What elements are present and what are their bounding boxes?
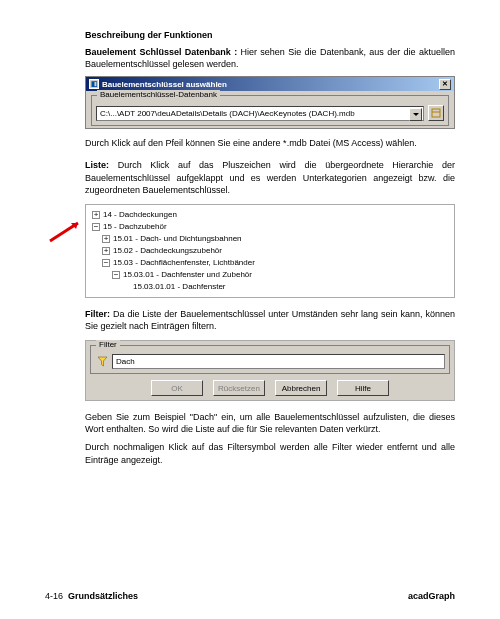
text-list: Durch Klick auf das Pluszeichen wird die…: [85, 160, 455, 194]
label-filter: Filter:: [85, 309, 110, 319]
funnel-icon[interactable]: [95, 355, 109, 369]
filter-group-label: Filter: [96, 340, 120, 349]
tree-row[interactable]: +15.01 - Dach- und Dichtungsbahnen: [88, 233, 450, 245]
help-button[interactable]: Hilfe: [337, 380, 389, 396]
close-icon[interactable]: ✕: [439, 79, 451, 90]
tree-label: 15.03.01 - Dachfenster und Zubehör: [123, 269, 252, 281]
paragraph-arrow-hint: Durch Klick auf den Pfeil können Sie ein…: [85, 137, 455, 149]
button-row: OK Rücksetzen Abbrechen Hilfe: [90, 380, 450, 396]
tree-row[interactable]: 15.03.01.01 - Dachfenster: [88, 281, 450, 293]
tree-label: 15 - Dachzubehör: [103, 221, 167, 233]
db-path-text: C:\...\ADT 2007\deuADetails\Details (DAC…: [100, 109, 355, 118]
tree-row[interactable]: −15.03 - Dachflächenfenster, Lichtbänder: [88, 257, 450, 269]
filter-dialog: Filter Dach OK Rücksetzen Abbrechen Hilf…: [85, 340, 455, 401]
dialog-titlebar: ◧ Bauelementschlüssel auswählen ✕: [86, 77, 454, 91]
chevron-down-icon[interactable]: [409, 108, 422, 121]
label-list: Liste:: [85, 160, 109, 170]
tree-label: 15.01 - Dach- und Dichtungsbahnen: [113, 233, 242, 245]
tree-row[interactable]: +15.02 - Dachdeckungszubehör: [88, 245, 450, 257]
minus-icon[interactable]: −: [112, 271, 120, 279]
footer-left: 4-16 Grundsätzliches: [45, 591, 138, 601]
filter-input-value: Dach: [116, 357, 135, 366]
browse-button[interactable]: [428, 105, 444, 121]
tree-row[interactable]: −15 - Dachzubehör: [88, 221, 450, 233]
text-filter: Da die Liste der Bauelementschlüssel unt…: [85, 309, 455, 331]
minus-icon[interactable]: −: [102, 259, 110, 267]
page-footer: 4-16 Grundsätzliches acadGraph: [45, 591, 455, 601]
label-db: Bauelement Schlüssel Datenbank :: [85, 47, 237, 57]
reset-button[interactable]: Rücksetzen: [213, 380, 265, 396]
tree-label: 14 - Dachdeckungen: [103, 209, 177, 221]
tree-spacer: [122, 283, 130, 291]
page-number: 4-16: [45, 591, 63, 601]
paragraph-db-intro: Bauelement Schlüssel Datenbank : Hier se…: [85, 46, 455, 70]
section-heading: Beschreibung der Funktionen: [85, 30, 455, 40]
plus-icon[interactable]: +: [102, 235, 110, 243]
minus-icon[interactable]: −: [92, 223, 100, 231]
filter-groupbox: Filter Dach: [90, 345, 450, 374]
tree-row[interactable]: +14 - Dachdeckungen: [88, 209, 450, 221]
tree-label: 15.02 - Dachdeckungszubehör: [113, 245, 222, 257]
tree-row[interactable]: −15.03.01 - Dachfenster und Zubehör: [88, 269, 450, 281]
filter-input[interactable]: Dach: [112, 354, 445, 369]
footer-right: acadGraph: [408, 591, 455, 601]
dialog-title: Bauelementschlüssel auswählen: [102, 80, 227, 89]
app-icon: ◧: [89, 79, 99, 89]
ok-button[interactable]: OK: [151, 380, 203, 396]
cancel-button[interactable]: Abbrechen: [275, 380, 327, 396]
plus-icon[interactable]: +: [102, 247, 110, 255]
section-name: Grundsätzliches: [68, 591, 138, 601]
paragraph-filter: Filter: Da die Liste der Bauelementschlü…: [85, 308, 455, 332]
plus-icon[interactable]: +: [92, 211, 100, 219]
tree-view: +14 - Dachdeckungen −15 - Dachzubehör +1…: [85, 204, 455, 298]
dialog-db-select: ◧ Bauelementschlüssel auswählen ✕ Bauele…: [85, 76, 455, 129]
paragraph-list: Liste: Durch Klick auf das Pluszeichen w…: [85, 159, 455, 195]
db-path-dropdown[interactable]: C:\...\ADT 2007\deuADetails\Details (DAC…: [96, 106, 424, 121]
paragraph-filter-example: Geben Sie zum Beispiel "Dach" ein, um al…: [85, 411, 455, 435]
groupbox-db: Bauelementschlüssel-Datenbank C:\...\ADT…: [91, 95, 449, 126]
tree-label: 15.03.01.01 - Dachfenster: [133, 281, 226, 293]
browse-icon: [431, 108, 441, 118]
groupbox-db-label: Bauelementschlüssel-Datenbank: [97, 90, 220, 99]
svg-rect-0: [432, 109, 440, 117]
tree-label: 15.03 - Dachflächenfenster, Lichtbänder: [113, 257, 255, 269]
arrow-annotation-icon: [48, 219, 84, 244]
paragraph-filter-clear: Durch nochmaligen Klick auf das Filtersy…: [85, 441, 455, 465]
